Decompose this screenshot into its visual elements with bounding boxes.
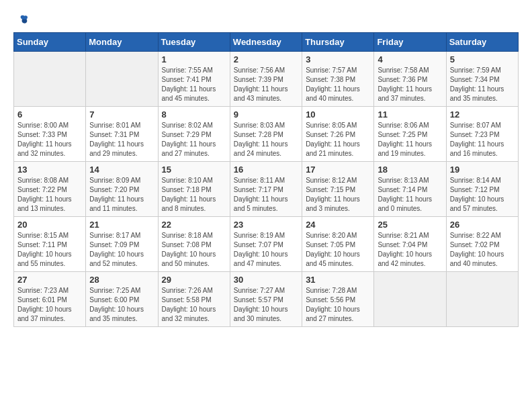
- day-number: 26: [450, 220, 515, 230]
- calendar-cell: 18Sunrise: 8:13 AM Sunset: 7:14 PM Dayli…: [374, 162, 446, 217]
- day-info: Sunrise: 7:58 AM Sunset: 7:36 PM Dayligh…: [378, 66, 442, 103]
- calendar-cell: [14, 52, 86, 107]
- calendar-cell: 29Sunrise: 7:26 AM Sunset: 5:58 PM Dayli…: [158, 272, 230, 327]
- weekday-header-wednesday: Wednesday: [230, 33, 302, 52]
- day-info: Sunrise: 8:01 AM Sunset: 7:31 PM Dayligh…: [89, 121, 154, 158]
- calendar-cell: 16Sunrise: 8:11 AM Sunset: 7:17 PM Dayli…: [230, 162, 302, 217]
- day-info: Sunrise: 8:14 AM Sunset: 7:12 PM Dayligh…: [450, 176, 515, 214]
- day-info: Sunrise: 8:10 AM Sunset: 7:18 PM Dayligh…: [162, 176, 226, 214]
- weekday-header-monday: Monday: [86, 33, 158, 52]
- day-info: Sunrise: 8:00 AM Sunset: 7:33 PM Dayligh…: [17, 121, 82, 158]
- day-number: 25: [378, 220, 442, 230]
- weekday-header-saturday: Saturday: [446, 33, 518, 52]
- day-number: 10: [306, 109, 370, 120]
- calendar-cell: 21Sunrise: 8:17 AM Sunset: 7:09 PM Dayli…: [86, 217, 158, 272]
- day-number: 2: [234, 54, 298, 64]
- day-info: Sunrise: 8:15 AM Sunset: 7:11 PM Dayligh…: [17, 231, 82, 269]
- calendar-cell: 24Sunrise: 8:20 AM Sunset: 7:05 PM Dayli…: [302, 217, 374, 272]
- weekday-header-tuesday: Tuesday: [158, 33, 230, 52]
- day-number: 17: [306, 165, 370, 175]
- day-info: Sunrise: 8:11 AM Sunset: 7:17 PM Dayligh…: [234, 176, 298, 214]
- day-number: 4: [378, 54, 442, 64]
- day-info: Sunrise: 8:18 AM Sunset: 7:08 PM Dayligh…: [162, 231, 226, 269]
- calendar-cell: 7Sunrise: 8:01 AM Sunset: 7:31 PM Daylig…: [86, 107, 158, 162]
- weekday-header-friday: Friday: [374, 33, 446, 52]
- day-info: Sunrise: 8:02 AM Sunset: 7:29 PM Dayligh…: [162, 121, 226, 158]
- weekday-header-sunday: Sunday: [14, 33, 86, 52]
- day-info: Sunrise: 8:12 AM Sunset: 7:15 PM Dayligh…: [306, 176, 370, 214]
- calendar-cell: 5Sunrise: 7:59 AM Sunset: 7:34 PM Daylig…: [446, 52, 518, 107]
- calendar-cell: 31Sunrise: 7:28 AM Sunset: 5:56 PM Dayli…: [302, 272, 374, 327]
- day-info: Sunrise: 8:08 AM Sunset: 7:22 PM Dayligh…: [17, 176, 82, 214]
- page-header: [13, 13, 519, 28]
- day-info: Sunrise: 8:22 AM Sunset: 7:02 PM Dayligh…: [450, 231, 515, 269]
- day-number: 1: [162, 54, 226, 64]
- calendar-cell: 17Sunrise: 8:12 AM Sunset: 7:15 PM Dayli…: [302, 162, 374, 217]
- calendar-cell: 15Sunrise: 8:10 AM Sunset: 7:18 PM Dayli…: [158, 162, 230, 217]
- calendar-cell: 8Sunrise: 8:02 AM Sunset: 7:29 PM Daylig…: [158, 107, 230, 162]
- day-number: 5: [450, 54, 515, 64]
- day-info: Sunrise: 7:26 AM Sunset: 5:58 PM Dayligh…: [162, 286, 226, 324]
- day-number: 20: [17, 220, 82, 230]
- day-info: Sunrise: 7:59 AM Sunset: 7:34 PM Dayligh…: [450, 66, 515, 103]
- day-info: Sunrise: 8:17 AM Sunset: 7:09 PM Dayligh…: [89, 231, 154, 269]
- day-number: 28: [89, 275, 154, 285]
- calendar-cell: [446, 272, 518, 327]
- day-info: Sunrise: 7:25 AM Sunset: 6:00 PM Dayligh…: [89, 286, 154, 324]
- day-number: 24: [306, 220, 370, 230]
- day-number: 15: [162, 165, 226, 175]
- calendar-cell: [86, 52, 158, 107]
- day-number: 27: [17, 275, 82, 285]
- logo-bird-icon: [15, 13, 30, 28]
- calendar-cell: 9Sunrise: 8:03 AM Sunset: 7:28 PM Daylig…: [230, 107, 302, 162]
- day-number: 7: [89, 109, 154, 120]
- calendar-cell: 2Sunrise: 7:56 AM Sunset: 7:39 PM Daylig…: [230, 52, 302, 107]
- day-info: Sunrise: 8:06 AM Sunset: 7:25 PM Dayligh…: [378, 121, 442, 158]
- day-number: 18: [378, 165, 442, 175]
- day-number: 9: [234, 109, 298, 120]
- day-info: Sunrise: 8:09 AM Sunset: 7:20 PM Dayligh…: [89, 176, 154, 214]
- calendar-cell: 3Sunrise: 7:57 AM Sunset: 7:38 PM Daylig…: [302, 52, 374, 107]
- calendar-cell: 23Sunrise: 8:19 AM Sunset: 7:07 PM Dayli…: [230, 217, 302, 272]
- day-number: 6: [17, 109, 82, 120]
- calendar-cell: 13Sunrise: 8:08 AM Sunset: 7:22 PM Dayli…: [14, 162, 86, 217]
- calendar-cell: 19Sunrise: 8:14 AM Sunset: 7:12 PM Dayli…: [446, 162, 518, 217]
- day-info: Sunrise: 7:55 AM Sunset: 7:41 PM Dayligh…: [162, 66, 226, 103]
- day-number: 22: [162, 220, 226, 230]
- day-info: Sunrise: 7:23 AM Sunset: 6:01 PM Dayligh…: [17, 286, 82, 324]
- weekday-header-thursday: Thursday: [302, 33, 374, 52]
- calendar-cell: 30Sunrise: 7:27 AM Sunset: 5:57 PM Dayli…: [230, 272, 302, 327]
- calendar-table: SundayMondayTuesdayWednesdayThursdayFrid…: [13, 32, 519, 327]
- day-number: 12: [450, 109, 515, 120]
- calendar-week-row: 13Sunrise: 8:08 AM Sunset: 7:22 PM Dayli…: [14, 162, 519, 217]
- calendar-cell: 22Sunrise: 8:18 AM Sunset: 7:08 PM Dayli…: [158, 217, 230, 272]
- calendar-cell: 10Sunrise: 8:05 AM Sunset: 7:26 PM Dayli…: [302, 107, 374, 162]
- calendar-cell: 14Sunrise: 8:09 AM Sunset: 7:20 PM Dayli…: [86, 162, 158, 217]
- day-info: Sunrise: 7:28 AM Sunset: 5:56 PM Dayligh…: [306, 286, 370, 324]
- calendar-cell: 28Sunrise: 7:25 AM Sunset: 6:00 PM Dayli…: [86, 272, 158, 327]
- day-number: 11: [378, 109, 442, 120]
- day-info: Sunrise: 7:57 AM Sunset: 7:38 PM Dayligh…: [306, 66, 370, 103]
- calendar-cell: 25Sunrise: 8:21 AM Sunset: 7:04 PM Dayli…: [374, 217, 446, 272]
- day-number: 29: [162, 275, 226, 285]
- day-info: Sunrise: 8:07 AM Sunset: 7:23 PM Dayligh…: [450, 121, 515, 158]
- day-info: Sunrise: 7:27 AM Sunset: 5:57 PM Dayligh…: [234, 286, 298, 324]
- day-number: 8: [162, 109, 226, 120]
- day-number: 31: [306, 275, 370, 285]
- day-number: 3: [306, 54, 370, 64]
- calendar-cell: [374, 272, 446, 327]
- calendar-cell: 12Sunrise: 8:07 AM Sunset: 7:23 PM Dayli…: [446, 107, 518, 162]
- calendar-cell: 20Sunrise: 8:15 AM Sunset: 7:11 PM Dayli…: [14, 217, 86, 272]
- calendar-cell: 27Sunrise: 7:23 AM Sunset: 6:01 PM Dayli…: [14, 272, 86, 327]
- calendar-cell: 6Sunrise: 8:00 AM Sunset: 7:33 PM Daylig…: [14, 107, 86, 162]
- calendar-cell: 26Sunrise: 8:22 AM Sunset: 7:02 PM Dayli…: [446, 217, 518, 272]
- day-info: Sunrise: 7:56 AM Sunset: 7:39 PM Dayligh…: [234, 66, 298, 103]
- calendar-cell: 4Sunrise: 7:58 AM Sunset: 7:36 PM Daylig…: [374, 52, 446, 107]
- calendar-week-row: 27Sunrise: 7:23 AM Sunset: 6:01 PM Dayli…: [14, 272, 519, 327]
- day-number: 16: [234, 165, 298, 175]
- day-number: 13: [17, 165, 82, 175]
- logo: [13, 13, 30, 28]
- day-info: Sunrise: 8:05 AM Sunset: 7:26 PM Dayligh…: [306, 121, 370, 158]
- day-number: 30: [234, 275, 298, 285]
- day-info: Sunrise: 8:13 AM Sunset: 7:14 PM Dayligh…: [378, 176, 442, 214]
